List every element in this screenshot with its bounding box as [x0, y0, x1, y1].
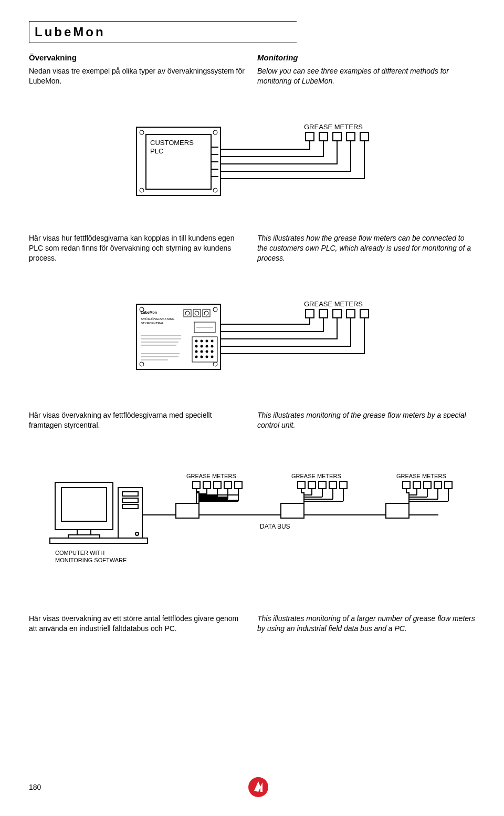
intro-col-sv: Övervakning Nedan visas tre exempel på o…: [29, 53, 247, 86]
intro-col-en: Monitoring Below you can see three examp…: [257, 53, 475, 86]
d3-meters-label-2: GREASE METERS: [291, 473, 341, 479]
svg-rect-11: [306, 132, 314, 141]
svg-point-40: [211, 339, 214, 342]
svg-point-42: [201, 345, 203, 347]
svg-rect-67: [50, 538, 148, 543]
diagram-2: LubeMon SMÖRJÖVERVAKNING STYRCENTRAL: [29, 295, 475, 384]
svg-point-44: [211, 345, 214, 347]
d2-panel-sub1: SMÖRJÖVERVAKNING: [141, 317, 175, 321]
svg-point-46: [201, 350, 203, 353]
svg-point-41: [195, 345, 198, 347]
d3-meters-label-1: GREASE METERS: [186, 473, 236, 479]
logo-icon: [247, 776, 269, 798]
d2-caption-sv: Här visas övervakning av fettflödesgivar…: [29, 410, 247, 430]
d1-captions: Här visas hur fettflödesgivarna kan kopp…: [29, 233, 475, 263]
svg-rect-65: [122, 504, 138, 509]
svg-rect-56: [346, 309, 355, 318]
svg-rect-95: [319, 481, 326, 489]
svg-point-50: [201, 355, 203, 358]
svg-point-38: [201, 339, 203, 342]
intro-text-sv: Nedan visas tre exempel på olika typer a…: [29, 66, 247, 86]
svg-rect-71: [386, 503, 409, 518]
d3-bus-label: DATA BUS: [260, 523, 290, 530]
intro-heading-sv: Övervakning: [29, 53, 247, 63]
svg-rect-64: [122, 498, 138, 502]
svg-rect-113: [445, 481, 452, 489]
svg-rect-94: [308, 481, 316, 489]
svg-rect-28: [184, 309, 191, 317]
svg-point-52: [211, 355, 214, 358]
d1-caption-en: This illustrates how the grease flow met…: [257, 233, 475, 263]
d3-caption-sv-col: Här visas övervakning av ett större anta…: [29, 614, 247, 634]
svg-point-49: [195, 355, 198, 358]
svg-rect-110: [413, 481, 421, 489]
svg-point-51: [206, 355, 208, 358]
svg-point-45: [195, 350, 198, 353]
svg-rect-57: [360, 309, 369, 318]
svg-rect-75: [224, 481, 232, 489]
svg-point-66: [135, 532, 139, 535]
d3-caption-en: This illustrates monitoring of a larger …: [257, 614, 475, 634]
svg-rect-63: [122, 492, 138, 496]
title-bar: LubeMon: [29, 21, 297, 43]
d1-caption-sv: Här visas hur fettflödesgivarna kan kopp…: [29, 233, 247, 263]
svg-rect-74: [214, 481, 221, 489]
page-number: 180: [29, 783, 41, 791]
d1-box-label1: CUSTOMERS: [150, 139, 194, 147]
d3-pc-label1: COMPUTER WITH: [55, 550, 104, 556]
d2-panel-sub2: STYRCENTRAL: [141, 322, 164, 325]
d3-caption-sv: Här visas övervakning av ett större anta…: [29, 614, 247, 634]
svg-rect-53: [306, 309, 314, 318]
d3-captions: Här visas övervakning av ett större anta…: [29, 614, 475, 634]
intro-heading-en: Monitoring: [257, 53, 475, 63]
svg-rect-76: [235, 481, 242, 489]
document-title: LubeMon: [35, 25, 106, 39]
svg-rect-54: [319, 309, 328, 318]
d2-caption-en: This illustrates monitoring of the greas…: [257, 410, 475, 430]
svg-rect-70: [281, 503, 304, 518]
d2-panel-title: LubeMon: [141, 311, 157, 314]
d2-meters-label: GREASE METERS: [304, 300, 363, 308]
svg-point-39: [206, 339, 208, 342]
diagram-3: COMPUTER WITH MONITORING SOFTWARE DATA B…: [29, 472, 475, 593]
svg-point-47: [206, 350, 208, 353]
d1-caption-en-col: This illustrates how the grease flow met…: [257, 233, 475, 263]
svg-rect-111: [424, 481, 431, 489]
intro-text-en: Below you can see three examples of diff…: [257, 66, 475, 86]
svg-rect-32: [203, 309, 210, 317]
svg-rect-60: [77, 530, 91, 535]
svg-rect-93: [298, 481, 305, 489]
d2-captions: Här visas övervakning av fettflödesgivar…: [29, 410, 475, 430]
d2-caption-sv-col: Här visas övervakning av fettflödesgivar…: [29, 410, 247, 430]
svg-rect-15: [360, 132, 369, 141]
svg-rect-112: [434, 481, 442, 489]
svg-rect-12: [319, 132, 328, 141]
svg-rect-13: [333, 132, 341, 141]
svg-rect-73: [203, 481, 211, 489]
svg-rect-30: [193, 309, 201, 317]
d3-pc-label2: MONITORING SOFTWARE: [55, 557, 127, 563]
svg-rect-72: [193, 481, 200, 489]
d2-caption-en-col: This illustrates monitoring of the greas…: [257, 410, 475, 430]
diagram-1: CUSTOMERS PLC GREASE METERS: [29, 118, 475, 207]
svg-point-48: [211, 350, 214, 353]
svg-rect-59: [61, 488, 107, 521]
intro-row: Övervakning Nedan visas tre exempel på o…: [29, 53, 475, 86]
svg-point-43: [206, 345, 208, 347]
d1-box-label2: PLC: [150, 147, 163, 155]
svg-rect-14: [346, 132, 355, 141]
svg-rect-97: [340, 481, 347, 489]
svg-point-37: [195, 339, 198, 342]
svg-rect-109: [403, 481, 410, 489]
page-footer: 180: [29, 776, 475, 798]
d3-meters-label-3: GREASE METERS: [396, 473, 446, 479]
d1-meters-label: GREASE METERS: [304, 123, 363, 131]
svg-rect-69: [176, 503, 199, 518]
svg-rect-55: [333, 309, 341, 318]
d1-caption-sv-col: Här visas hur fettflödesgivarna kan kopp…: [29, 233, 247, 263]
svg-rect-96: [329, 481, 337, 489]
d3-caption-en-col: This illustrates monitoring of a larger …: [257, 614, 475, 634]
